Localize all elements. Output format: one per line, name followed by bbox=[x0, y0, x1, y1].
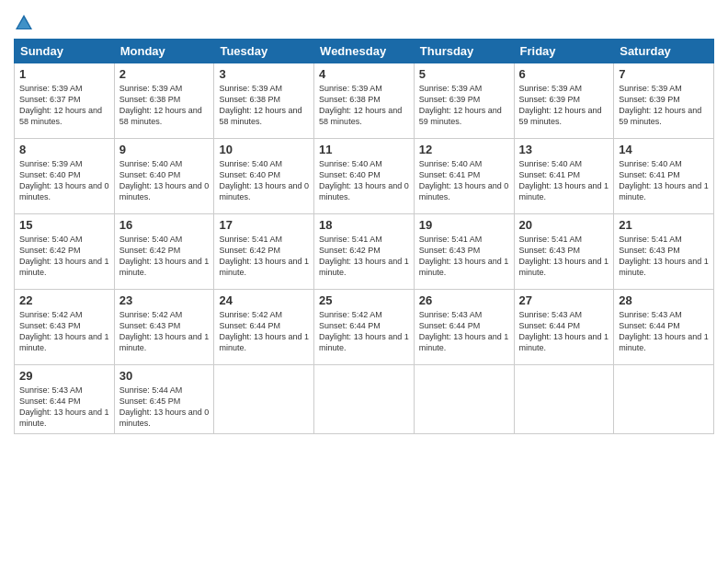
day-number: 23 bbox=[119, 293, 210, 307]
day-info: Sunrise: 5:40 AM Sunset: 6:41 PM Dayligh… bbox=[419, 158, 509, 203]
calendar-cell: 4 Sunrise: 5:39 AM Sunset: 6:38 PM Dayli… bbox=[314, 63, 415, 139]
day-info: Sunrise: 5:40 AM Sunset: 6:42 PM Dayligh… bbox=[19, 234, 109, 279]
day-info: Sunrise: 5:40 AM Sunset: 6:40 PM Dayligh… bbox=[319, 158, 409, 203]
calendar-week-4: 22 Sunrise: 5:42 AM Sunset: 6:43 PM Dayl… bbox=[15, 290, 714, 365]
day-info: Sunrise: 5:41 AM Sunset: 6:43 PM Dayligh… bbox=[419, 234, 509, 279]
calendar-week-3: 15 Sunrise: 5:40 AM Sunset: 6:42 PM Dayl… bbox=[15, 214, 714, 290]
day-info: Sunrise: 5:43 AM Sunset: 6:44 PM Dayligh… bbox=[619, 309, 709, 354]
day-info: Sunrise: 5:41 AM Sunset: 6:43 PM Dayligh… bbox=[519, 234, 609, 279]
day-number: 7 bbox=[619, 67, 709, 81]
day-info: Sunrise: 5:39 AM Sunset: 6:38 PM Dayligh… bbox=[319, 83, 409, 128]
day-number: 15 bbox=[19, 218, 109, 232]
day-number: 25 bbox=[319, 293, 409, 307]
day-number: 17 bbox=[219, 218, 309, 232]
calendar-cell: 3 Sunrise: 5:39 AM Sunset: 6:38 PM Dayli… bbox=[214, 63, 314, 139]
logo bbox=[14, 13, 36, 33]
calendar-week-5: 29 Sunrise: 5:43 AM Sunset: 6:44 PM Dayl… bbox=[15, 365, 714, 434]
weekday-header-monday: Monday bbox=[114, 40, 214, 63]
calendar-cell bbox=[314, 365, 415, 434]
day-number: 29 bbox=[19, 369, 109, 383]
calendar-cell: 12 Sunrise: 5:40 AM Sunset: 6:41 PM Dayl… bbox=[414, 139, 514, 214]
calendar-cell: 27 Sunrise: 5:43 AM Sunset: 6:44 PM Dayl… bbox=[514, 290, 614, 365]
day-number: 27 bbox=[519, 293, 609, 307]
day-number: 28 bbox=[619, 293, 709, 307]
day-number: 19 bbox=[419, 218, 509, 232]
day-info: Sunrise: 5:39 AM Sunset: 6:39 PM Dayligh… bbox=[419, 83, 509, 128]
day-number: 22 bbox=[19, 293, 109, 307]
day-info: Sunrise: 5:43 AM Sunset: 6:44 PM Dayligh… bbox=[519, 309, 609, 354]
weekday-header-saturday: Saturday bbox=[614, 40, 714, 63]
calendar-cell: 24 Sunrise: 5:42 AM Sunset: 6:44 PM Dayl… bbox=[214, 290, 314, 365]
day-number: 10 bbox=[219, 143, 309, 156]
weekday-header-sunday: Sunday bbox=[15, 40, 115, 63]
day-number: 9 bbox=[119, 143, 210, 156]
day-info: Sunrise: 5:40 AM Sunset: 6:42 PM Dayligh… bbox=[119, 234, 210, 279]
day-info: Sunrise: 5:42 AM Sunset: 6:43 PM Dayligh… bbox=[19, 309, 109, 354]
day-info: Sunrise: 5:39 AM Sunset: 6:38 PM Dayligh… bbox=[219, 83, 309, 128]
page: SundayMondayTuesdayWednesdayThursdayFrid… bbox=[0, 0, 728, 563]
calendar-cell: 8 Sunrise: 5:39 AM Sunset: 6:40 PM Dayli… bbox=[15, 139, 115, 214]
calendar-cell bbox=[514, 365, 614, 434]
calendar-cell: 10 Sunrise: 5:40 AM Sunset: 6:40 PM Dayl… bbox=[214, 139, 314, 214]
day-info: Sunrise: 5:40 AM Sunset: 6:41 PM Dayligh… bbox=[519, 158, 609, 203]
calendar-cell: 18 Sunrise: 5:41 AM Sunset: 6:42 PM Dayl… bbox=[314, 214, 415, 290]
day-number: 16 bbox=[119, 218, 210, 232]
weekday-header-friday: Friday bbox=[514, 40, 614, 63]
calendar-week-2: 8 Sunrise: 5:39 AM Sunset: 6:40 PM Dayli… bbox=[15, 139, 714, 214]
day-number: 20 bbox=[519, 218, 609, 232]
day-number: 24 bbox=[219, 293, 309, 307]
day-info: Sunrise: 5:39 AM Sunset: 6:37 PM Dayligh… bbox=[19, 83, 109, 128]
day-info: Sunrise: 5:44 AM Sunset: 6:45 PM Dayligh… bbox=[119, 385, 210, 430]
calendar-cell: 30 Sunrise: 5:44 AM Sunset: 6:45 PM Dayl… bbox=[114, 365, 214, 434]
calendar-cell: 2 Sunrise: 5:39 AM Sunset: 6:38 PM Dayli… bbox=[114, 63, 214, 139]
calendar-cell: 26 Sunrise: 5:43 AM Sunset: 6:44 PM Dayl… bbox=[414, 290, 514, 365]
calendar-cell: 19 Sunrise: 5:41 AM Sunset: 6:43 PM Dayl… bbox=[414, 214, 514, 290]
day-info: Sunrise: 5:43 AM Sunset: 6:44 PM Dayligh… bbox=[419, 309, 509, 354]
calendar-cell: 21 Sunrise: 5:41 AM Sunset: 6:43 PM Dayl… bbox=[614, 214, 714, 290]
calendar-cell: 14 Sunrise: 5:40 AM Sunset: 6:41 PM Dayl… bbox=[614, 139, 714, 214]
day-info: Sunrise: 5:40 AM Sunset: 6:41 PM Dayligh… bbox=[619, 158, 709, 203]
header bbox=[14, 9, 714, 33]
calendar-cell bbox=[614, 365, 714, 434]
calendar-cell: 15 Sunrise: 5:40 AM Sunset: 6:42 PM Dayl… bbox=[15, 214, 115, 290]
calendar-cell: 9 Sunrise: 5:40 AM Sunset: 6:40 PM Dayli… bbox=[114, 139, 214, 214]
calendar-cell: 11 Sunrise: 5:40 AM Sunset: 6:40 PM Dayl… bbox=[314, 139, 415, 214]
day-number: 30 bbox=[119, 369, 210, 383]
weekday-header-thursday: Thursday bbox=[414, 40, 514, 63]
calendar-cell: 29 Sunrise: 5:43 AM Sunset: 6:44 PM Dayl… bbox=[15, 365, 115, 434]
day-number: 4 bbox=[319, 67, 409, 81]
day-info: Sunrise: 5:40 AM Sunset: 6:40 PM Dayligh… bbox=[119, 158, 210, 203]
calendar-cell bbox=[414, 365, 514, 434]
day-info: Sunrise: 5:41 AM Sunset: 6:42 PM Dayligh… bbox=[319, 234, 409, 279]
day-info: Sunrise: 5:39 AM Sunset: 6:39 PM Dayligh… bbox=[519, 83, 609, 128]
calendar-cell: 25 Sunrise: 5:42 AM Sunset: 6:44 PM Dayl… bbox=[314, 290, 415, 365]
logo-icon bbox=[14, 13, 34, 33]
day-number: 5 bbox=[419, 67, 509, 81]
day-info: Sunrise: 5:42 AM Sunset: 6:44 PM Dayligh… bbox=[319, 309, 409, 354]
day-number: 11 bbox=[319, 143, 409, 156]
day-number: 21 bbox=[619, 218, 709, 232]
calendar-cell bbox=[214, 365, 314, 434]
day-number: 1 bbox=[19, 67, 109, 81]
day-number: 3 bbox=[219, 67, 309, 81]
calendar-week-1: 1 Sunrise: 5:39 AM Sunset: 6:37 PM Dayli… bbox=[15, 63, 714, 139]
day-info: Sunrise: 5:42 AM Sunset: 6:44 PM Dayligh… bbox=[219, 309, 309, 354]
day-info: Sunrise: 5:42 AM Sunset: 6:43 PM Dayligh… bbox=[119, 309, 210, 354]
weekday-header-row: SundayMondayTuesdayWednesdayThursdayFrid… bbox=[15, 40, 714, 63]
calendar-cell: 16 Sunrise: 5:40 AM Sunset: 6:42 PM Dayl… bbox=[114, 214, 214, 290]
calendar-cell: 6 Sunrise: 5:39 AM Sunset: 6:39 PM Dayli… bbox=[514, 63, 614, 139]
weekday-header-wednesday: Wednesday bbox=[314, 40, 415, 63]
day-info: Sunrise: 5:39 AM Sunset: 6:40 PM Dayligh… bbox=[19, 158, 109, 203]
day-info: Sunrise: 5:41 AM Sunset: 6:42 PM Dayligh… bbox=[219, 234, 309, 279]
calendar-cell: 22 Sunrise: 5:42 AM Sunset: 6:43 PM Dayl… bbox=[15, 290, 115, 365]
day-info: Sunrise: 5:41 AM Sunset: 6:43 PM Dayligh… bbox=[619, 234, 709, 279]
calendar-cell: 13 Sunrise: 5:40 AM Sunset: 6:41 PM Dayl… bbox=[514, 139, 614, 214]
calendar-cell: 7 Sunrise: 5:39 AM Sunset: 6:39 PM Dayli… bbox=[614, 63, 714, 139]
day-info: Sunrise: 5:40 AM Sunset: 6:40 PM Dayligh… bbox=[219, 158, 309, 203]
calendar-cell: 20 Sunrise: 5:41 AM Sunset: 6:43 PM Dayl… bbox=[514, 214, 614, 290]
day-number: 12 bbox=[419, 143, 509, 156]
calendar: SundayMondayTuesdayWednesdayThursdayFrid… bbox=[14, 39, 714, 434]
day-info: Sunrise: 5:39 AM Sunset: 6:38 PM Dayligh… bbox=[119, 83, 210, 128]
day-number: 6 bbox=[519, 67, 609, 81]
day-number: 14 bbox=[619, 143, 709, 156]
